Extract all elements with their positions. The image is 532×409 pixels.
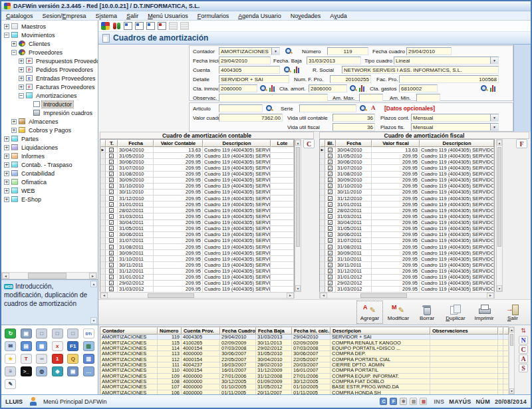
menu-agenda-usuario[interactable]: Agenda Usuario: [233, 13, 286, 19]
fecha-inicio-field[interactable]: 29/04/2010: [219, 57, 271, 65]
image-icon[interactable]: ▨: [83, 341, 94, 351]
expand-icon[interactable]: +: [4, 188, 9, 194]
checkbox-checked-icon[interactable]: [328, 184, 332, 188]
tree-item-almacenes[interactable]: +Almacenes: [2, 117, 98, 126]
table-row[interactable]: 30/09/2010209.95Cuadro 119 (4004305) SER…: [100, 178, 294, 184]
chart-icon[interactable]: [269, 84, 275, 92]
tree-item-presupuestos-proveedores[interactable]: +PPresupuestos Proveedores: [2, 57, 98, 65]
check-cell[interactable]: [106, 238, 118, 244]
tree-item-maestros[interactable]: +Maestros: [2, 22, 98, 31]
expand-icon[interactable]: +: [4, 154, 9, 159]
tree-item-e-shop[interactable]: +E-Shop: [2, 195, 98, 204]
scroll-left-icon[interactable]: ◄: [2, 273, 9, 279]
duplicar-button[interactable]: Duplicar: [443, 301, 468, 323]
column-header-fecha[interactable]: Fecha: [336, 140, 372, 147]
table-row[interactable]: 30/09/2011209.95Cuadro 119 (4004305) SER…: [100, 250, 294, 256]
r-social-field[interactable]: NETWORK SERVEIS I ASS. INFORMATICS, S.L.: [342, 66, 499, 74]
expand-icon[interactable]: +: [4, 171, 9, 176]
check-cell[interactable]: [106, 250, 118, 256]
check-cell[interactable]: [106, 226, 118, 232]
tree-item-movimientos[interactable]: −Movimientos: [2, 31, 98, 39]
fecha-baja-field[interactable]: 31/03/2013: [307, 57, 361, 65]
checkbox-checked-icon[interactable]: [328, 287, 332, 291]
checkbox-checked-icon[interactable]: [328, 269, 332, 273]
table-row[interactable]: 30/11/2011209.95Cuadro 119 (4004305) SER…: [100, 262, 294, 268]
menu-catalogos[interactable]: Catalogos: [1, 13, 38, 19]
articulo-field[interactable]: [219, 104, 263, 112]
grid-vertical-scrollbar[interactable]: ▲ ▼: [509, 327, 515, 394]
column-header-valor-fiscal[interactable]: Valor fiscal: [372, 140, 420, 147]
table-row[interactable]: 28/02/2011209.95Cuadro 119 (4004305) SER…: [100, 207, 294, 213]
checkbox-checked-icon[interactable]: [328, 263, 332, 267]
check-cell[interactable]: [106, 153, 118, 159]
table-row[interactable]: 31/03/2011209.95Cuadro 119 (4004305) SER…: [100, 213, 294, 219]
checkbox-checked-icon[interactable]: [109, 269, 114, 273]
chart-row-112[interactable]: AMORTIZACIONES112400015422/05/200730/04/…: [100, 356, 514, 362]
table-row[interactable]: 30/11/2011209.95Cuadro 119 (4004305) SER…: [320, 262, 494, 268]
fiscal-vertical-scrollbar[interactable]: ▲ ▼: [496, 139, 503, 292]
dti-icon[interactable]: DTi: [83, 329, 94, 339]
checkbox-checked-icon[interactable]: [328, 148, 332, 152]
checkbox-checked-icon[interactable]: [328, 226, 332, 231]
checkbox-checked-icon[interactable]: [109, 172, 114, 176]
check-cell[interactable]: [325, 269, 336, 275]
checkbox-checked-icon[interactable]: [328, 257, 332, 261]
table-row[interactable]: 31/12/2011209.95Cuadro 119 (4004305) SER…: [320, 269, 494, 275]
chart-row-110[interactable]: AMORTIZACIONES110400015416/01/200731/12/…: [100, 368, 514, 373]
chat-computer-icon[interactable]: …: [83, 366, 94, 376]
column-header-bl[interactable]: Bl.: [325, 140, 336, 147]
check-cell[interactable]: [106, 190, 118, 196]
monitor-icon[interactable]: □: [36, 329, 47, 339]
scroll-right-icon[interactable]: ►: [487, 293, 494, 299]
scroll-thumb[interactable]: [296, 147, 300, 247]
search-icon[interactable]: [265, 104, 273, 112]
check-cell[interactable]: [325, 207, 336, 213]
check-cell[interactable]: [325, 159, 336, 165]
check-cell[interactable]: [325, 275, 336, 281]
fiscal-corner-button[interactable]: F: [516, 139, 527, 148]
menu-novedades[interactable]: Novedades: [286, 13, 326, 19]
checkbox-checked-icon[interactable]: [109, 238, 114, 243]
expand-icon[interactable]: +: [4, 136, 9, 142]
users-icon[interactable]: [112, 22, 121, 30]
table-row[interactable]: 31/05/2011209.95Cuadro 119 (4004305) SER…: [100, 226, 294, 232]
scroll-left-icon[interactable]: ◄: [100, 293, 108, 299]
side-button-a[interactable]: A: [519, 354, 528, 363]
column-header-fecha[interactable]: Fecha: [118, 140, 154, 147]
valor-cuadro-field[interactable]: 7362.00: [219, 114, 283, 122]
tipo-cuadro-select[interactable]: Lineal: [394, 57, 499, 65]
chart-row-107[interactable]: AMORTIZACIONES107400000001/10/200531/05/…: [100, 384, 514, 390]
checkbox-checked-icon[interactable]: [109, 251, 114, 255]
check-cell[interactable]: [325, 153, 336, 159]
scroll-thumb[interactable]: [28, 273, 66, 279]
chart-row-108[interactable]: AMORTIZACIONES108400000030/12/200501/09/…: [100, 379, 514, 384]
scroll-up-icon[interactable]: ▲: [497, 140, 502, 146]
scroll-down-icon[interactable]: ▼: [509, 388, 514, 394]
checkbox-checked-icon[interactable]: [109, 202, 114, 207]
plazos-fis-select[interactable]: Mensual: [411, 123, 499, 131]
checkbox-checked-icon[interactable]: [328, 178, 332, 182]
checkbox-checked-icon[interactable]: [328, 196, 332, 201]
check-cell[interactable]: [106, 159, 118, 165]
scroll-right-icon[interactable]: ►: [287, 293, 294, 299]
doc-blue-icon[interactable]: [146, 22, 155, 30]
chart-row-114[interactable]: AMORTIZACIONES114400015407/03/200829/02/…: [100, 346, 514, 351]
scroll-right-icon[interactable]: ►: [89, 273, 96, 279]
check-cell[interactable]: [106, 256, 118, 262]
table-row[interactable]: 31/08/2010209.95Cuadro 119 (4004305) SER…: [320, 172, 494, 178]
checkbox-checked-icon[interactable]: [109, 214, 114, 219]
fiscal-doc-icon[interactable]: F: [390, 398, 397, 405]
checkbox-checked-icon[interactable]: [328, 160, 332, 164]
imprimir-button[interactable]: Imprimir: [471, 301, 497, 323]
tools-t-icon[interactable]: T: [21, 354, 32, 364]
checkbox-checked-icon[interactable]: [328, 214, 332, 219]
table-row[interactable]: 31/12/2010209.95Cuadro 119 (4004305) SER…: [320, 196, 494, 202]
checkbox-checked-icon[interactable]: [109, 196, 114, 201]
font-a-icon[interactable]: [371, 104, 376, 111]
check-cell[interactable]: [325, 196, 336, 202]
window-icon[interactable]: ▤: [21, 341, 32, 351]
menu-sesion-empresa[interactable]: Sesion/Empresa: [38, 13, 91, 19]
check-cell[interactable]: [106, 275, 118, 281]
tree-item-clientes[interactable]: +Clientes: [2, 39, 98, 48]
column-header-blank[interactable]: [498, 327, 503, 335]
